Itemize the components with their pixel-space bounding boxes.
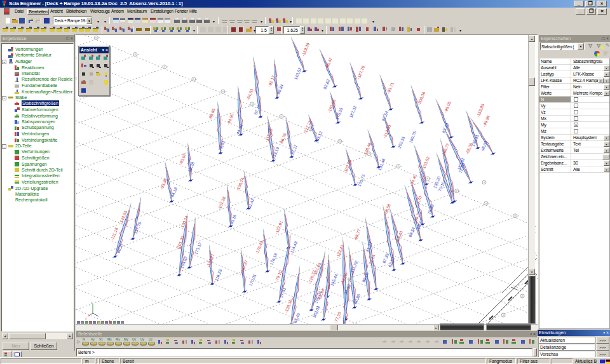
svg-text:-167,37: -167,37 <box>239 259 248 274</box>
svg-text:-176,43: -176,43 <box>254 240 264 255</box>
svg-text:-53,38: -53,38 <box>159 177 168 190</box>
svg-text:189,75: 189,75 <box>408 130 417 144</box>
svg-text:48,02: 48,02 <box>480 140 488 151</box>
svg-text:-93,71: -93,71 <box>386 81 395 94</box>
svg-text:44,98: 44,98 <box>235 123 243 135</box>
svg-text:-86,76: -86,76 <box>278 132 287 145</box>
svg-text:82,62: 82,62 <box>322 78 330 90</box>
svg-text:-159,39: -159,39 <box>301 42 310 57</box>
svg-text:-136,24: -136,24 <box>235 177 245 191</box>
svg-text:173,17: 173,17 <box>193 241 202 255</box>
svg-text:-111,18: -111,18 <box>109 227 119 241</box>
svg-text:202,51: 202,51 <box>396 135 405 149</box>
svg-text:-83,97: -83,97 <box>178 152 187 165</box>
svg-text:70,59: 70,59 <box>426 203 435 215</box>
svg-text:-43,05: -43,05 <box>339 272 348 285</box>
svg-text:-107,28: -107,28 <box>217 196 226 210</box>
svg-text:155,44: 155,44 <box>329 273 338 286</box>
svg-text:103,04: 103,04 <box>311 305 320 318</box>
svg-text:x: x <box>85 316 87 320</box>
svg-text:87,27: 87,27 <box>290 144 298 155</box>
svg-text:143,52: 143,52 <box>293 67 302 80</box>
svg-text:68,54: 68,54 <box>407 226 416 238</box>
svg-text:170,01: 170,01 <box>248 273 257 286</box>
svg-text:-128,30: -128,30 <box>283 299 293 313</box>
svg-text:-65,35: -65,35 <box>464 142 473 154</box>
svg-text:90,37: 90,37 <box>116 242 124 253</box>
svg-text:-94,40: -94,40 <box>409 173 417 186</box>
svg-text:187,32: 187,32 <box>348 105 357 118</box>
svg-text:27,51: 27,51 <box>278 286 287 298</box>
svg-text:44,18: 44,18 <box>170 186 178 198</box>
svg-text:-84,53: -84,53 <box>245 88 254 100</box>
svg-text:111,79: 111,79 <box>349 260 358 274</box>
svg-text:-187,70: -187,70 <box>356 65 365 79</box>
svg-text:-96,05: -96,05 <box>443 100 452 113</box>
svg-text:-127,91: -127,91 <box>274 220 283 234</box>
svg-text:-96,47: -96,47 <box>324 57 333 69</box>
svg-text:101,73: 101,73 <box>356 173 365 187</box>
svg-text:-71,14: -71,14 <box>367 253 376 266</box>
svg-text:116,25: 116,25 <box>214 268 222 281</box>
svg-text:-49,98: -49,98 <box>482 114 491 127</box>
svg-text:-88,85: -88,85 <box>207 107 216 120</box>
svg-text:-155,85: -155,85 <box>475 103 485 118</box>
svg-text:65,45: 65,45 <box>292 312 301 323</box>
svg-text:-65,44: -65,44 <box>316 288 325 300</box>
svg-text:-206,36: -206,36 <box>416 91 426 105</box>
svg-text:-130,24: -130,24 <box>179 215 189 229</box>
